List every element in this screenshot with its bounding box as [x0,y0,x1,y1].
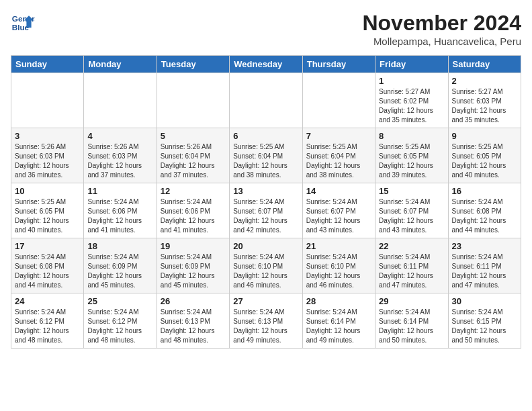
calendar-cell: 23Sunrise: 5:24 AM Sunset: 6:11 PM Dayli… [448,238,521,293]
weekday-thursday: Thursday [302,56,375,73]
day-detail: Sunrise: 5:25 AM Sunset: 6:04 PM Dayligh… [306,142,371,180]
day-number: 13 [233,186,298,196]
calendar-cell: 21Sunrise: 5:24 AM Sunset: 6:10 PM Dayli… [302,238,375,293]
day-number: 24 [15,296,80,306]
weekday-saturday: Saturday [448,56,521,73]
calendar-cell: 3Sunrise: 5:26 AM Sunset: 6:03 PM Daylig… [11,128,84,183]
day-number: 11 [87,186,152,196]
calendar-cell: 7Sunrise: 5:25 AM Sunset: 6:04 PM Daylig… [302,128,375,183]
logo: General Blue [11,11,35,35]
day-detail: Sunrise: 5:25 AM Sunset: 6:05 PM Dayligh… [15,197,80,235]
calendar-cell: 13Sunrise: 5:24 AM Sunset: 6:07 PM Dayli… [230,183,302,238]
page-subtitle: Mollepampa, Huancavelica, Peru [362,36,521,47]
day-detail: Sunrise: 5:24 AM Sunset: 6:14 PM Dayligh… [379,308,444,345]
day-detail: Sunrise: 5:24 AM Sunset: 6:09 PM Dayligh… [161,253,226,290]
calendar-cell: 19Sunrise: 5:24 AM Sunset: 6:09 PM Dayli… [157,238,229,293]
day-number: 1 [379,76,444,86]
day-number: 3 [15,131,80,141]
day-number: 19 [161,241,226,251]
day-detail: Sunrise: 5:24 AM Sunset: 6:06 PM Dayligh… [87,197,152,235]
week-row-1: 1Sunrise: 5:27 AM Sunset: 6:02 PM Daylig… [11,73,521,128]
day-detail: Sunrise: 5:24 AM Sunset: 6:14 PM Dayligh… [306,308,371,345]
calendar-cell: 24Sunrise: 5:24 AM Sunset: 6:12 PM Dayli… [11,293,84,349]
calendar-cell: 5Sunrise: 5:26 AM Sunset: 6:04 PM Daylig… [157,128,229,183]
logo-icon: General Blue [11,11,35,35]
day-number: 20 [233,241,298,251]
week-row-2: 3Sunrise: 5:26 AM Sunset: 6:03 PM Daylig… [11,128,521,183]
calendar-cell: 9Sunrise: 5:25 AM Sunset: 6:05 PM Daylig… [448,128,521,183]
title-area: November 2024 Mollepampa, Huancavelica, … [362,11,521,47]
day-number: 25 [87,296,152,306]
weekday-tuesday: Tuesday [157,56,229,73]
calendar-cell [84,73,157,128]
day-detail: Sunrise: 5:26 AM Sunset: 6:03 PM Dayligh… [87,142,152,180]
calendar-cell: 16Sunrise: 5:24 AM Sunset: 6:08 PM Dayli… [448,183,521,238]
day-detail: Sunrise: 5:24 AM Sunset: 6:07 PM Dayligh… [306,197,371,235]
day-detail: Sunrise: 5:24 AM Sunset: 6:10 PM Dayligh… [306,253,371,290]
weekday-header-row: SundayMondayTuesdayWednesdayThursdayFrid… [11,56,521,73]
calendar-cell: 2Sunrise: 5:27 AM Sunset: 6:03 PM Daylig… [448,73,521,128]
calendar-cell: 18Sunrise: 5:24 AM Sunset: 6:09 PM Dayli… [84,238,157,293]
day-number: 21 [306,241,371,251]
day-detail: Sunrise: 5:24 AM Sunset: 6:12 PM Dayligh… [15,308,80,345]
day-number: 28 [306,296,371,306]
day-number: 14 [306,186,371,196]
day-number: 5 [161,131,226,141]
calendar-cell: 28Sunrise: 5:24 AM Sunset: 6:14 PM Dayli… [302,293,375,349]
day-detail: Sunrise: 5:24 AM Sunset: 6:11 PM Dayligh… [452,253,517,290]
day-number: 7 [306,131,371,141]
day-detail: Sunrise: 5:25 AM Sunset: 6:05 PM Dayligh… [379,142,444,180]
week-row-4: 17Sunrise: 5:24 AM Sunset: 6:08 PM Dayli… [11,238,521,293]
calendar-table: SundayMondayTuesdayWednesdayThursdayFrid… [11,55,521,349]
day-detail: Sunrise: 5:24 AM Sunset: 6:12 PM Dayligh… [87,308,152,345]
day-detail: Sunrise: 5:27 AM Sunset: 6:02 PM Dayligh… [379,87,444,125]
calendar-cell: 30Sunrise: 5:24 AM Sunset: 6:15 PM Dayli… [448,293,521,349]
day-number: 18 [87,241,152,251]
calendar-cell: 15Sunrise: 5:24 AM Sunset: 6:07 PM Dayli… [375,183,448,238]
day-detail: Sunrise: 5:25 AM Sunset: 6:04 PM Dayligh… [233,142,298,180]
calendar-cell: 25Sunrise: 5:24 AM Sunset: 6:12 PM Dayli… [84,293,157,349]
weekday-wednesday: Wednesday [230,56,302,73]
day-detail: Sunrise: 5:26 AM Sunset: 6:04 PM Dayligh… [161,142,226,180]
day-detail: Sunrise: 5:26 AM Sunset: 6:03 PM Dayligh… [15,142,80,180]
day-detail: Sunrise: 5:24 AM Sunset: 6:10 PM Dayligh… [233,253,298,290]
day-detail: Sunrise: 5:25 AM Sunset: 6:05 PM Dayligh… [452,142,517,180]
day-detail: Sunrise: 5:24 AM Sunset: 6:07 PM Dayligh… [233,197,298,235]
calendar-cell: 29Sunrise: 5:24 AM Sunset: 6:14 PM Dayli… [375,293,448,349]
week-row-3: 10Sunrise: 5:25 AM Sunset: 6:05 PM Dayli… [11,183,521,238]
calendar-cell: 14Sunrise: 5:24 AM Sunset: 6:07 PM Dayli… [302,183,375,238]
day-number: 6 [233,131,298,141]
calendar-cell [302,73,375,128]
calendar-cell: 6Sunrise: 5:25 AM Sunset: 6:04 PM Daylig… [230,128,302,183]
day-detail: Sunrise: 5:27 AM Sunset: 6:03 PM Dayligh… [452,87,517,125]
calendar-cell [157,73,229,128]
weekday-sunday: Sunday [11,56,84,73]
day-number: 22 [379,241,444,251]
calendar-body: 1Sunrise: 5:27 AM Sunset: 6:02 PM Daylig… [11,73,521,349]
calendar-cell [11,73,84,128]
day-number: 29 [379,296,444,306]
calendar-cell: 8Sunrise: 5:25 AM Sunset: 6:05 PM Daylig… [375,128,448,183]
weekday-monday: Monday [84,56,157,73]
day-number: 8 [379,131,444,141]
day-detail: Sunrise: 5:24 AM Sunset: 6:13 PM Dayligh… [161,308,226,345]
calendar-cell: 22Sunrise: 5:24 AM Sunset: 6:11 PM Dayli… [375,238,448,293]
day-number: 2 [452,76,517,86]
calendar-cell: 26Sunrise: 5:24 AM Sunset: 6:13 PM Dayli… [157,293,229,349]
day-detail: Sunrise: 5:24 AM Sunset: 6:13 PM Dayligh… [233,308,298,345]
day-detail: Sunrise: 5:24 AM Sunset: 6:11 PM Dayligh… [379,253,444,290]
calendar-cell: 10Sunrise: 5:25 AM Sunset: 6:05 PM Dayli… [11,183,84,238]
day-detail: Sunrise: 5:24 AM Sunset: 6:09 PM Dayligh… [87,253,152,290]
day-number: 9 [452,131,517,141]
day-detail: Sunrise: 5:24 AM Sunset: 6:06 PM Dayligh… [161,197,226,235]
calendar-cell [230,73,302,128]
day-detail: Sunrise: 5:24 AM Sunset: 6:08 PM Dayligh… [15,253,80,290]
calendar-cell: 4Sunrise: 5:26 AM Sunset: 6:03 PM Daylig… [84,128,157,183]
week-row-5: 24Sunrise: 5:24 AM Sunset: 6:12 PM Dayli… [11,293,521,349]
day-number: 16 [452,186,517,196]
day-number: 30 [452,296,517,306]
header: General Blue November 2024 Mollepampa, H… [11,11,521,47]
weekday-friday: Friday [375,56,448,73]
day-detail: Sunrise: 5:24 AM Sunset: 6:07 PM Dayligh… [379,197,444,235]
day-detail: Sunrise: 5:24 AM Sunset: 6:08 PM Dayligh… [452,197,517,235]
